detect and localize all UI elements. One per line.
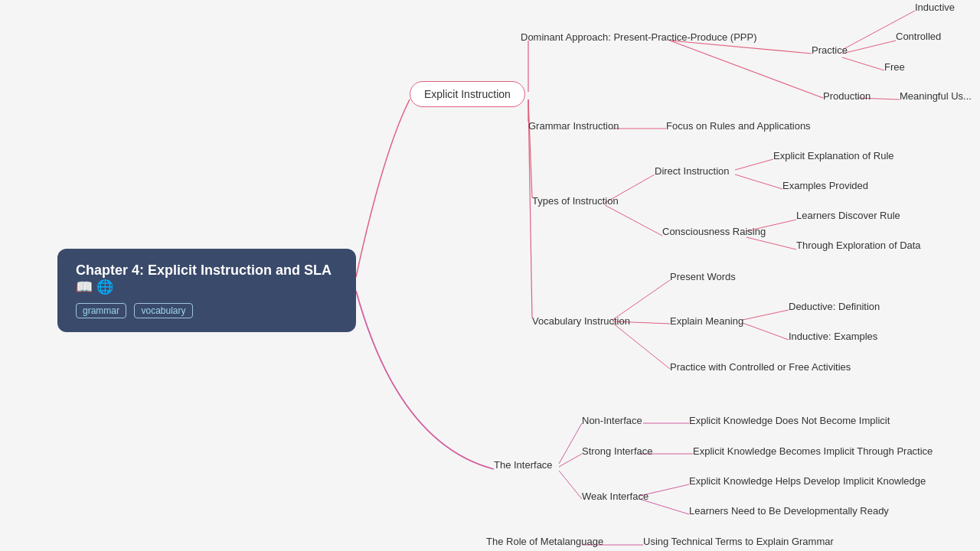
tag-vocabulary[interactable]: vocabulary [134,303,192,318]
node-weak-interface: Weak Interface [582,491,648,502]
svg-line-16 [528,99,532,318]
tag-grammar[interactable]: grammar [76,303,126,318]
svg-line-13 [605,205,662,236]
node-practice-main: Practice [812,44,848,56]
node-dominant: Dominant Approach: Present-Practice-Prod… [521,31,757,43]
svg-line-11 [735,159,773,170]
svg-line-26 [559,471,582,499]
node-learners-discover: Learners Discover Rule [796,210,900,221]
node-examples-provided: Examples Provided [782,180,868,191]
node-consciousness-raising: Consciousness Raising [662,226,766,237]
root-card: Chapter 4: Explicit Instruction and SLA … [57,249,356,332]
svg-line-22 [559,423,582,464]
node-non-interface: Non-Interface [582,415,642,426]
node-free: Free [884,61,905,73]
node-explicit-helps: Explicit Knowledge Helps Develop Implici… [689,475,926,487]
svg-line-20 [743,323,789,340]
svg-line-12 [735,174,782,189]
svg-line-15 [746,237,796,249]
svg-line-4 [842,57,884,70]
node-present-words: Present Words [670,271,736,282]
node-inductive: Inductive [915,2,955,13]
svg-line-19 [743,310,789,320]
node-inductive-examples: Inductive: Examples [789,331,877,342]
node-explicit-explanation: Explicit Explanation of Rule [773,150,894,161]
svg-line-9 [528,99,532,197]
node-types-instruction: Types of Instruction [532,195,619,207]
node-explain-meaning: Explain Meaning [670,315,743,327]
node-the-interface: The Interface [494,459,553,471]
node-controlled: Controlled [896,31,941,42]
node-focus-rules: Focus on Rules and Applications [666,120,811,132]
node-using-technical: Using Technical Terms to Explain Grammar [643,536,834,547]
node-practice-controlled: Practice with Controlled or Free Activit… [670,361,851,373]
svg-line-5 [670,41,823,98]
node-meaningful: Meaningful Us... [900,90,972,102]
node-direct-instruction: Direct Instruction [655,165,730,177]
explicit-instruction-label: Explicit Instruction [410,81,525,107]
node-through-exploration: Through Exploration of Data [796,240,921,251]
node-strong-interface: Strong Interface [582,445,653,457]
root-title: Chapter 4: Explicit Instruction and SLA … [76,262,338,295]
node-production: Production [823,90,871,102]
svg-line-3 [842,41,896,54]
node-learners-dev-ready: Learners Need to Be Developmentally Read… [689,505,889,517]
node-explicit-implicit-practice: Explicit Knowledge Becomes Implicit Thro… [693,445,933,457]
node-deductive: Deductive: Definition [789,301,880,312]
svg-line-17 [612,280,670,320]
node-explicit-not-become: Explicit Knowledge Does Not Become Impli… [689,415,890,426]
mindmap-container: Chapter 4: Explicit Instruction and SLA … [0,0,980,551]
node-grammar-instruction: Grammar Instruction [528,120,619,132]
node-vocabulary-instruction: Vocabulary Instruction [532,315,630,327]
root-tags: grammar vocabulary [76,303,338,318]
svg-line-21 [612,323,670,369]
node-role-metalanguage: The Role of Metalanguage [486,536,603,547]
node-explicit-instruction[interactable]: Explicit Instruction [410,81,525,107]
svg-line-24 [559,454,582,467]
